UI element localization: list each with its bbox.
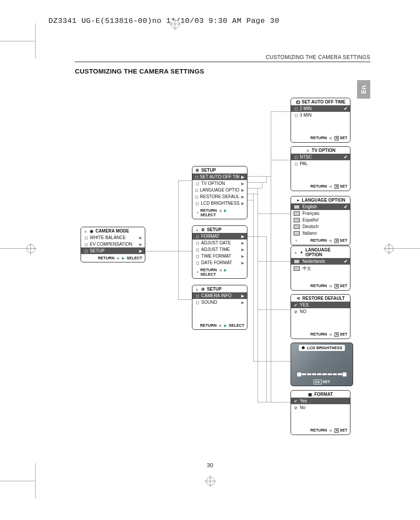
right-triangle-icon: ▶ xyxy=(241,201,244,206)
panel-footer: ▼ RETURN ◀ ▶ SELECT xyxy=(192,207,247,219)
connector xyxy=(258,261,291,262)
right-triangle-icon: ▶ xyxy=(122,256,125,260)
connector xyxy=(271,160,291,160)
list-item[interactable]: ◻WHITE BALANCE▶ xyxy=(81,234,145,241)
row-label: No xyxy=(300,405,306,410)
list-item[interactable]: 中文 xyxy=(291,265,350,273)
left-triangle-icon: ◀ xyxy=(329,428,332,432)
row-icon: ◻ xyxy=(294,107,298,111)
list-item[interactable]: Español xyxy=(291,217,350,223)
return-label: RETURN xyxy=(200,208,217,213)
flag-icon xyxy=(294,259,300,264)
set-label: SET xyxy=(339,428,347,432)
list-item[interactable]: ◻SETUP▶ xyxy=(81,247,145,254)
return-label: RETURN xyxy=(310,284,327,288)
list-item[interactable]: ⊘NO xyxy=(291,308,350,315)
return-label: RETURN xyxy=(310,332,327,336)
up-triangle-icon: ▲ xyxy=(294,250,298,254)
x-icon: X xyxy=(335,428,339,433)
registration-mark xyxy=(206,477,215,486)
panel-setup-2: ▲ ⚙ SETUP ◻FORMAT▶◻ADJUST DATE▶◻ADJUST T… xyxy=(192,225,247,279)
list-item[interactable]: ◻ADJUST TIME▶ xyxy=(192,246,247,253)
panel-rows: Nederlands✔中文 xyxy=(291,258,350,273)
list-item[interactable]: Deutsch xyxy=(291,223,350,230)
title-text: CAMERA MODE xyxy=(96,229,129,233)
row-label: TV OPTION xyxy=(201,181,225,186)
connector xyxy=(253,361,291,361)
panel-rows: ◻2 MIN✔◻3 MIN xyxy=(291,105,350,118)
list-item[interactable]: ◻TV OPTION▶ xyxy=(192,180,247,187)
list-item[interactable]: Nederlands✔ xyxy=(291,258,350,265)
tv-icon: ≡ xyxy=(306,148,310,153)
row-icon: ◻ xyxy=(195,247,199,252)
brightness-slider[interactable] xyxy=(297,372,346,376)
list-item[interactable]: ◻TIME FORMAT▶ xyxy=(192,253,247,259)
list-item[interactable]: ◻NTSC✔ xyxy=(291,154,350,160)
right-triangle-icon: ▶ xyxy=(139,236,142,240)
prepress-header: DZ3341 UG-E(513816-00)no 11/10/03 9:30 A… xyxy=(48,17,279,25)
list-item[interactable]: ◻CAMERA INFO▶ xyxy=(192,292,247,299)
panel-title: ⏻ SET AUTO OFF TIME xyxy=(291,98,350,105)
list-item[interactable]: ◻ADJUST DATE▶ xyxy=(192,240,247,246)
list-item[interactable]: ◻FORMAT▶ xyxy=(192,233,247,240)
row-label: Español xyxy=(302,218,318,222)
list-item[interactable]: ◻LCD BRIGHTNESS▶ xyxy=(192,200,247,207)
row-icon: ◻ xyxy=(84,249,88,253)
panel-language-1: ● LANGUAGE OPTION English✔FrançaisEspaño… xyxy=(291,196,350,245)
set-label: SET xyxy=(322,380,330,384)
panel-setup-1: ⚙ SETUP ◻SET AUTO OFF TIME▶◻TV OPTION▶◻L… xyxy=(192,166,247,219)
check-icon: ✔ xyxy=(344,204,347,209)
check-icon: ✔ xyxy=(344,106,347,111)
right-triangle-icon: ▶ xyxy=(241,254,244,258)
connector xyxy=(247,200,253,200)
panel-rows: ◻CAMERA INFO▶◻SOUND▶ xyxy=(192,292,247,306)
list-item[interactable]: ⊘No xyxy=(291,404,350,411)
title-text: FORMAT xyxy=(314,392,333,397)
up-triangle-icon: ▲ xyxy=(195,228,199,232)
list-item[interactable]: ◻3 MIN xyxy=(291,112,350,118)
panel-rows: ◻NTSC✔◻PAL xyxy=(291,154,350,167)
down-triangle-icon: ▼ xyxy=(295,239,298,243)
connector xyxy=(144,251,192,251)
list-item[interactable]: ◻DATE FORMAT▶ xyxy=(192,259,247,266)
panel-title: ≡ TV OPTION xyxy=(291,147,350,154)
panel-rows: ✔YES⊘NO xyxy=(291,302,350,315)
list-item[interactable]: ✔Yes xyxy=(291,398,350,404)
list-item[interactable]: English✔ xyxy=(291,203,350,210)
list-item[interactable]: ✔YES xyxy=(291,302,350,308)
right-triangle-icon: ▶ xyxy=(241,261,244,265)
panel-title: ▲ ● LANGUAGE OPTION xyxy=(291,246,350,258)
connector xyxy=(178,181,179,299)
list-item[interactable]: Français xyxy=(291,210,350,217)
panel-title: ⟲ RESTORE DEFAULT xyxy=(291,295,350,302)
row-label: Français xyxy=(302,211,319,216)
page-number: 30 xyxy=(0,462,420,468)
panel-language-2: ▲ ● LANGUAGE OPTION Nederlands✔中文 RETURN… xyxy=(291,246,350,291)
registration-mark xyxy=(171,20,180,29)
ok-set-label: OKSET xyxy=(313,380,330,384)
list-item[interactable]: ◻SET AUTO OFF TIME▶ xyxy=(192,173,247,180)
list-item[interactable]: ◻LANGUAGE OPTION▶ xyxy=(192,187,247,193)
row-icon: ◻ xyxy=(84,236,88,240)
list-item[interactable]: ◻2 MIN✔ xyxy=(291,105,350,112)
flag-icon xyxy=(294,205,300,209)
ok-icon: OK xyxy=(313,380,321,384)
panel-title: ● LANGUAGE OPTION xyxy=(291,196,350,203)
return-label: RETURN xyxy=(200,268,217,272)
down-triangle-icon: ▼ xyxy=(196,211,199,215)
list-item[interactable]: ◻SOUND▶ xyxy=(192,299,247,306)
power-icon: ⏻ xyxy=(295,100,300,104)
panel-footer: RETURN ◀ XSET xyxy=(291,282,350,290)
connector xyxy=(258,214,291,214)
row-icon: ◻ xyxy=(195,201,199,206)
list-item[interactable]: Italiano xyxy=(291,230,350,236)
panel-footer: RETURN ◀ XSET xyxy=(291,330,350,339)
list-item[interactable]: ◻RESTORE DEFAULT▶ xyxy=(192,193,247,200)
set-label: SET xyxy=(339,284,347,288)
list-item[interactable]: ◻EV COMPENSATION▶ xyxy=(81,241,145,247)
set-label: SET xyxy=(339,184,347,188)
list-item[interactable]: ◻PAL xyxy=(291,160,350,167)
up-triangle-icon: ▲ xyxy=(84,229,88,233)
brightness-icon: ✺ xyxy=(301,346,306,350)
left-triangle-icon: ◀ xyxy=(329,184,332,188)
